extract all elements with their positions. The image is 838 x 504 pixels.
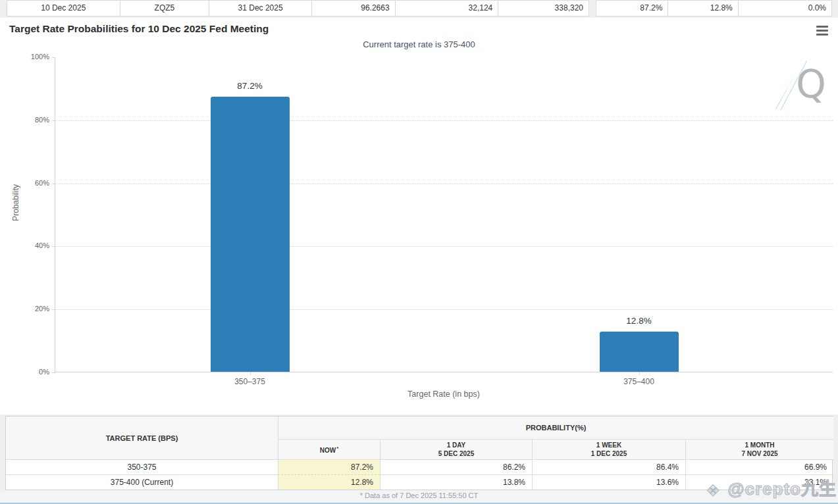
y-axis-tick <box>52 246 55 247</box>
quote-cell: 338,320 <box>498 1 589 16</box>
probability-bar[interactable] <box>600 332 679 372</box>
y-tick-label: 100% <box>31 53 49 61</box>
quote-bar: 10 Dec 2025 ZQZ5 31 Dec 2025 96.2663 32,… <box>0 0 838 17</box>
diamond-logo-icon: ❖ <box>706 482 721 499</box>
table-header-1day: 1 DAY 5 DEC 2025 <box>380 439 532 459</box>
y-axis-title: Probability <box>11 184 20 221</box>
y-tick-label: 40% <box>35 241 49 249</box>
site-watermark: ❖ @crepto九生 <box>706 475 837 500</box>
header-line1: 1 WEEK <box>596 441 621 449</box>
table-cell: 86.4% <box>532 459 685 474</box>
table-cell: 66.9% <box>685 459 833 474</box>
y-axis-tick <box>52 309 55 310</box>
x-tick-label: 350–375 <box>211 377 290 386</box>
y-axis-tick <box>52 120 55 121</box>
header-line2: 1 DEC 2025 <box>591 449 627 458</box>
probability-bar[interactable] <box>211 97 290 372</box>
q-logo-icon: Q <box>796 60 826 109</box>
data-asof-note: * Data as of 7 Dec 2025 11:55:50 CT <box>360 491 479 499</box>
x-axis-title: Target Rate (in bps) <box>55 390 833 399</box>
chart-subtitle: Current target rate is 375-400 <box>0 39 838 49</box>
header-line2: 7 NOV 2025 <box>741 449 777 458</box>
table-cell-rate: 350-375 <box>6 459 278 474</box>
gridline <box>55 246 833 247</box>
header-line1: 1 MONTH <box>745 441 775 449</box>
table-cell-now: 87.2% <box>278 459 380 474</box>
table-header-probability: PROBABILITY(%) <box>278 416 833 439</box>
y-tick-label: 20% <box>35 305 49 313</box>
quikstrike-watermark: Q <box>780 60 827 114</box>
contract-quote-table: 10 Dec 2025 ZQZ5 31 Dec 2025 96.2663 32,… <box>7 0 589 16</box>
x-tick-label: 375–400 <box>600 377 679 386</box>
menu-bar <box>816 26 828 28</box>
table-cell: 86.2% <box>380 459 532 474</box>
quote-cell: ZQZ5 <box>120 1 209 16</box>
table-header-now: NOW* <box>278 439 380 459</box>
table-header-1month: 1 MONTH 7 NOV 2025 <box>685 439 833 459</box>
table-cell: 13.6% <box>532 474 685 490</box>
quote-cell: 12.8% <box>668 1 737 16</box>
fedwatch-page: 10 Dec 2025 ZQZ5 31 Dec 2025 96.2663 32,… <box>0 0 838 504</box>
header-line2: 5 DEC 2025 <box>438 449 474 458</box>
x-axis-tick <box>639 372 640 375</box>
table-cell: 13.8% <box>380 474 532 490</box>
hamburger-menu-icon[interactable] <box>816 26 829 36</box>
quote-cell: 31 Dec 2025 <box>209 1 311 16</box>
table-header-target-rate: TARGET RATE (BPS) <box>6 416 278 459</box>
table-cell-rate: 375-400 (Current) <box>6 474 278 490</box>
watermark-text: @crepto九生 <box>727 479 837 499</box>
quote-cell: 87.2% <box>596 1 668 16</box>
bar-value-label: 12.8% <box>600 316 679 326</box>
probability-quote-table: 87.2% 12.8% 0.0% <box>596 0 832 16</box>
header-line1: 1 DAY <box>447 441 466 449</box>
chart-card: Target Rate Probabilities for 10 Dec 202… <box>0 18 838 415</box>
y-tick-label: 80% <box>35 116 49 124</box>
y-axis-tick <box>52 372 55 373</box>
bar-value-label: 87.2% <box>211 81 290 91</box>
y-axis-tick <box>52 184 55 184</box>
y-axis-tick <box>52 57 55 58</box>
gridline <box>55 184 833 184</box>
quote-cell: 96.2663 <box>311 1 395 16</box>
quote-cell: 10 Dec 2025 <box>7 1 120 16</box>
quote-cell: 0.0% <box>738 1 831 16</box>
table-cell-now: 12.8% <box>278 474 380 490</box>
plot-area: Q 0%20%40%60%80%100%87.2%350–37512.8%375… <box>55 57 833 372</box>
y-tick-label: 0% <box>39 368 49 376</box>
table-header-1week: 1 WEEK 1 DEC 2025 <box>532 439 685 459</box>
x-axis-tick <box>250 372 251 375</box>
gridline <box>55 309 833 310</box>
menu-bar <box>816 34 828 36</box>
now-label: NOW <box>320 447 336 454</box>
now-asterisk: * <box>336 445 338 451</box>
chart-title: Target Rate Probabilities for 10 Dec 202… <box>9 23 269 35</box>
gridline <box>55 120 833 121</box>
quote-cell: 32,124 <box>395 1 498 16</box>
y-tick-label: 60% <box>35 179 49 187</box>
menu-bar <box>816 30 828 32</box>
